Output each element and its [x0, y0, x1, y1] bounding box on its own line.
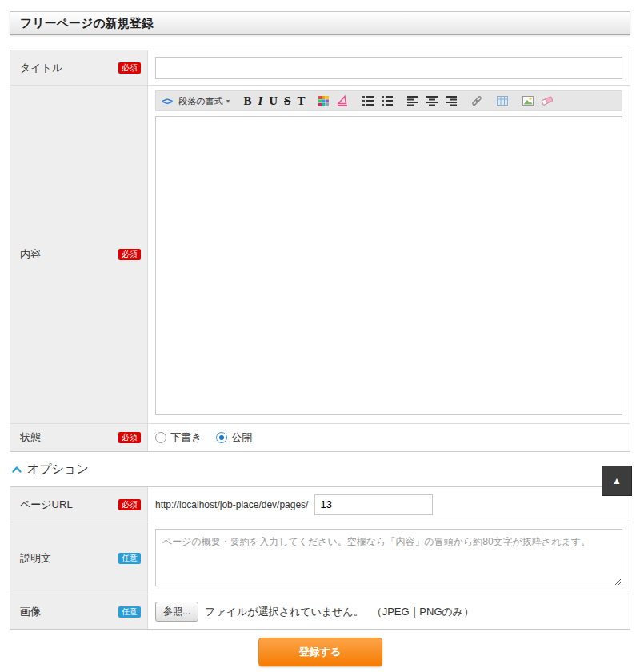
description-content-cell	[147, 522, 630, 594]
required-badge: 必須	[118, 249, 141, 260]
content-label-cell: 内容 必須	[10, 86, 147, 423]
scroll-top-button[interactable]: ▲	[602, 466, 632, 496]
url-prefix-text: http://localhost/job-place/dev/pages/	[155, 499, 308, 510]
radio-unchecked-icon	[155, 432, 166, 443]
ordered-list-icon	[362, 94, 374, 107]
paragraph-format-dropdown[interactable]: 段落の書式 ▼	[176, 92, 233, 110]
status-radio-group: 下書き 公開	[155, 430, 252, 445]
image-button[interactable]	[519, 92, 537, 110]
main-content: フリーページの新規登録 タイトル 必須 内容 必須 <>	[0, 0, 640, 672]
align-right-icon	[445, 94, 458, 107]
underline-button[interactable]: U	[266, 92, 280, 110]
file-status-text: ファイルが選択されていません。	[205, 605, 364, 619]
title-input[interactable]	[155, 57, 622, 79]
content-editor-cell: <> 段落の書式 ▼ B I U S T	[147, 86, 630, 423]
options-section-toggle[interactable]: オプション	[11, 462, 630, 477]
background-color-icon	[318, 95, 330, 107]
bold-button[interactable]: B	[241, 92, 254, 110]
page-url-content-cell: http://localhost/job-place/dev/pages/	[147, 487, 630, 522]
source-code-icon: <>	[162, 95, 172, 107]
description-row: 説明文 任意	[10, 522, 630, 594]
font-color-button[interactable]	[334, 92, 351, 110]
title-label-cell: タイトル 必須	[10, 50, 147, 85]
content-label: 内容	[20, 247, 41, 262]
page-url-row: ページURL 必須 http://localhost/job-place/dev…	[10, 487, 630, 522]
ordered-list-button[interactable]	[359, 92, 377, 110]
title-content-cell	[147, 50, 630, 85]
status-row: 状態 必須 下書き 公開	[10, 423, 630, 451]
submit-row: 登録する	[10, 638, 630, 666]
link-icon	[470, 94, 483, 107]
image-content-cell: 参照... ファイルが選択されていません。 （JPEG｜PNGのみ）	[147, 594, 630, 629]
content-row: 内容 必須 <> 段落の書式 ▼ B I U S T	[10, 85, 630, 423]
unordered-list-icon	[381, 94, 394, 107]
italic-button[interactable]: I	[255, 92, 265, 110]
text-format-button[interactable]: T	[294, 92, 307, 110]
align-center-icon	[426, 94, 438, 107]
optional-badge: 任意	[118, 553, 141, 564]
status-label: 状態	[20, 430, 41, 445]
required-badge: 必須	[118, 62, 141, 74]
background-color-button[interactable]	[315, 92, 332, 110]
radio-draft[interactable]: 下書き	[155, 430, 202, 445]
font-color-icon	[336, 94, 349, 107]
table-button[interactable]	[494, 92, 511, 110]
source-code-button[interactable]: <>	[159, 92, 174, 110]
align-center-button[interactable]	[423, 92, 441, 110]
editor-toolbar: <> 段落の書式 ▼ B I U S T	[155, 90, 622, 111]
required-badge: 必須	[118, 499, 141, 510]
status-label-cell: 状態 必須	[10, 424, 147, 451]
page-url-slug-input[interactable]	[314, 494, 433, 515]
description-label-cell: 説明文 任意	[10, 522, 147, 594]
radio-public[interactable]: 公開	[216, 430, 252, 445]
title-row: タイトル 必須	[10, 50, 630, 85]
image-row: 画像 任意 参照... ファイルが選択されていません。 （JPEG｜PNGのみ）	[10, 594, 630, 629]
required-badge: 必須	[118, 432, 141, 443]
submit-button[interactable]: 登録する	[258, 638, 382, 666]
title-label: タイトル	[20, 61, 62, 75]
align-left-button[interactable]	[404, 92, 422, 110]
strikethrough-button[interactable]: S	[282, 92, 293, 110]
status-content-cell: 下書き 公開	[147, 424, 630, 451]
radio-draft-label: 下書き	[170, 430, 202, 445]
options-form-table: ページURL 必須 http://localhost/job-place/dev…	[10, 486, 630, 630]
optional-badge: 任意	[118, 606, 141, 618]
radio-public-label: 公開	[231, 430, 252, 445]
page-url-label-cell: ページURL 必須	[10, 487, 147, 522]
description-textarea[interactable]	[155, 529, 622, 586]
file-browse-button[interactable]: 参照...	[155, 602, 198, 622]
table-icon	[496, 94, 509, 107]
options-heading-label: オプション	[27, 462, 89, 477]
eraser-icon	[541, 94, 554, 107]
page-title: フリーページの新規登録	[20, 16, 154, 30]
file-format-note: （JPEG｜PNGのみ）	[372, 605, 474, 619]
description-label: 説明文	[20, 551, 51, 566]
paragraph-format-label: 段落の書式	[178, 95, 222, 107]
page-title-bar: フリーページの新規登録	[10, 11, 630, 35]
chevron-up-icon	[11, 465, 22, 474]
main-form-table: タイトル 必須 内容 必須 <> 段落の書式 ▼	[10, 50, 630, 452]
image-label-cell: 画像 任意	[10, 594, 147, 629]
page-url-label: ページURL	[20, 498, 73, 512]
caret-down-icon: ▼	[225, 98, 230, 104]
image-icon	[522, 94, 534, 107]
page: { "page": { "title": "フリーページの新規登録" }, "f…	[0, 0, 640, 672]
align-left-icon	[406, 94, 419, 107]
arrow-up-icon: ▲	[612, 475, 622, 486]
align-right-button[interactable]	[442, 92, 460, 110]
radio-checked-icon	[216, 432, 227, 443]
image-label: 画像	[20, 605, 41, 619]
link-button[interactable]	[468, 92, 486, 110]
eraser-button[interactable]	[538, 92, 556, 110]
editor-content-area[interactable]	[155, 116, 622, 415]
unordered-list-button[interactable]	[378, 92, 396, 110]
